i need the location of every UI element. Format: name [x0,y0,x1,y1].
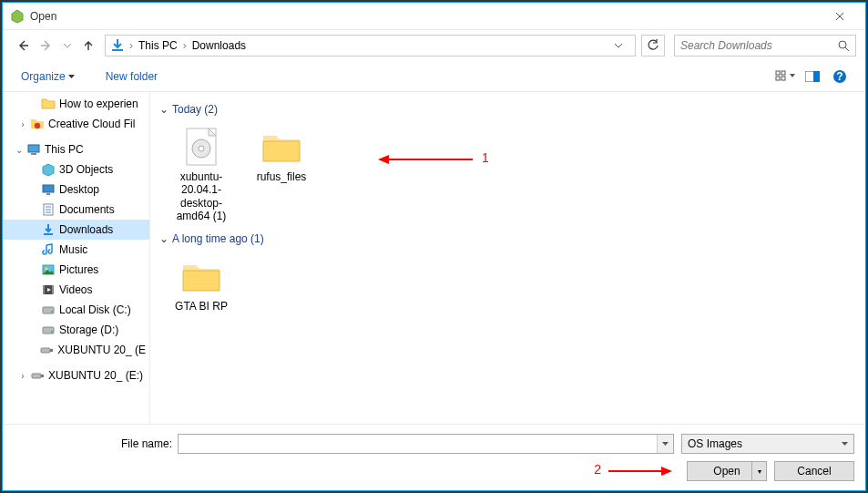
svg-rect-12 [28,145,39,152]
tree-item-creative-cloud-fil[interactable]: ›Creative Cloud Fil [3,114,149,134]
svg-point-23 [46,268,48,271]
svg-rect-35 [41,375,44,377]
crumb-downloads[interactable]: Downloads [189,39,250,52]
tree-item-3d-objects[interactable]: 3D Objects [3,159,149,180]
tree-item-label: Creative Cloud Fil [48,118,135,130]
toolbar: Organize New folder ? [3,61,865,92]
tree-item-xubuntu-20-e[interactable]: XUBUNTU 20_ (E [3,340,149,360]
filename-input[interactable] [179,437,657,450]
tree-item-this-pc[interactable]: ⌄This PC [3,139,149,159]
tree-item-downloads[interactable]: Downloads [3,220,149,240]
search-input[interactable] [680,39,838,52]
tree-item-label: Videos [59,283,92,296]
crumb-this-pc[interactable]: This PC [135,39,181,52]
svg-rect-16 [46,193,50,195]
tree-item-local-disk-c-[interactable]: Local Disk (C:) [3,300,149,320]
downloads-icon [41,222,56,237]
open-button[interactable]: Open ▾ [687,461,767,481]
svg-point-31 [51,331,53,333]
desktop-icon [41,182,56,197]
organize-menu[interactable]: Organize [15,67,80,87]
tree-item-label: 3D Objects [59,163,113,176]
expand-icon[interactable]: › [17,119,28,129]
tree-item-videos[interactable]: Videos [3,280,149,300]
svg-rect-1 [112,49,123,51]
close-button[interactable] [822,4,858,29]
open-split-dropdown[interactable]: ▾ [751,462,766,480]
filename-combo[interactable] [178,434,674,454]
tree-item-desktop[interactable]: Desktop [3,180,149,200]
tree-item-how-to-experien[interactable]: How to experien [3,94,149,114]
svg-rect-15 [43,185,54,192]
app-icon [10,9,25,24]
svg-point-29 [51,311,53,313]
svg-rect-4 [781,71,785,75]
svg-rect-8 [813,71,820,82]
forward-button[interactable] [36,35,57,56]
pictures-icon [41,262,56,277]
refresh-button[interactable] [641,35,665,56]
view-options-button[interactable] [772,66,798,87]
expand-icon[interactable]: › [17,371,28,381]
drive-icon [41,323,56,337]
svg-rect-21 [44,233,53,235]
tree-item-documents[interactable]: Documents [3,200,149,220]
up-button[interactable] [77,35,99,56]
file-name-label: rufus_files [257,170,307,183]
folder-big-icon [260,125,303,169]
tree-item-storage-d-[interactable]: Storage (D:) [3,320,149,340]
search-box[interactable] [674,35,856,56]
svg-rect-32 [41,348,50,353]
titlebar: Open [3,3,865,30]
tree-item-label: Storage (D:) [59,324,118,336]
nav-tree[interactable]: How to experien›Creative Cloud Fil⌄This … [3,92,150,424]
breadcrumb-bar[interactable]: › This PC › Downloads [105,35,636,56]
tree-item-xubuntu-20-e-[interactable]: ›XUBUNTU 20_ (E:) [3,365,149,385]
history-dropdown[interactable] [61,36,74,55]
file-item[interactable]: rufus_files [243,121,320,227]
tree-item-label: Downloads [59,223,113,236]
chevron-down-icon: ⌄ [159,232,168,245]
svg-marker-0 [12,10,23,23]
filename-label: File name: [14,437,178,450]
downloads-icon [109,37,126,54]
svg-rect-26 [52,285,54,294]
tree-item-label: Desktop [59,183,99,196]
help-button[interactable]: ? [827,66,853,87]
folder-big-icon [179,254,223,298]
open-dialog-window: Open › This PC › Downloads Organize New … [2,2,866,491]
preview-pane-button[interactable] [800,66,825,87]
filename-dropdown[interactable] [657,435,673,453]
cancel-button[interactable]: Cancel [774,461,854,481]
file-name-label: GTA BI RP [175,300,228,313]
chevron-right-icon: › [128,39,135,52]
svg-rect-3 [776,71,780,75]
crumb-dropdown[interactable] [615,44,631,48]
docs-icon [41,202,56,217]
new-folder-button[interactable]: New folder [100,67,163,87]
chevron-down-icon: ⌄ [159,103,168,116]
pc-icon [26,142,41,157]
back-button[interactable] [12,35,34,56]
music-icon [41,242,56,257]
tree-item-pictures[interactable]: Pictures [3,260,149,280]
file-group-header[interactable]: ⌄Today (2) [154,99,862,119]
file-list-pane[interactable]: 1 ⌄Today (2)xubuntu-20.04.1-desktop-amd6… [150,92,865,424]
usb-icon [39,343,54,357]
tree-item-label: XUBUNTU 20_ (E [57,344,146,356]
filetype-filter[interactable]: OS Images [681,434,854,454]
window-title: Open [30,10,822,23]
drive-icon [41,303,56,317]
folder-icon [41,97,56,111]
svg-text:?: ? [836,70,842,83]
file-group-header[interactable]: ⌄A long time ago (1) [154,229,862,249]
svg-marker-42 [661,467,672,476]
3d-icon [41,162,56,177]
expand-icon[interactable]: ⌄ [14,145,25,155]
tree-item-label: How to experien [59,98,138,110]
tree-item-music[interactable]: Music [3,240,149,260]
svg-rect-25 [43,285,45,294]
file-item[interactable]: xubuntu-20.04.1-desktop-amd64 (1) [163,121,240,227]
file-item[interactable]: GTA BI RP [163,251,240,316]
file-name-label: xubuntu-20.04.1-desktop-amd64 (1) [165,170,238,223]
